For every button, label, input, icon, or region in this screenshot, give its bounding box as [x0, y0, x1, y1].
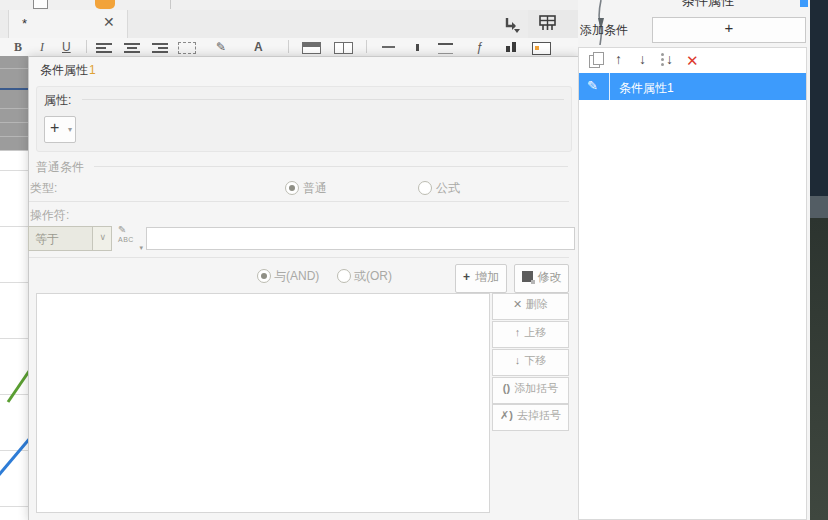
condition-value-input[interactable] — [146, 227, 575, 250]
tab-close-icon[interactable]: ✕ — [103, 14, 115, 30]
plus-icon: + — [50, 119, 59, 137]
add-brackets-button[interactable]: ()添加括号 — [492, 377, 569, 404]
align-left-icon[interactable] — [96, 43, 112, 52]
app-window: * ✕ B I U ✎ A ƒ 条件属性 — [0, 0, 828, 520]
value-type-abc-button[interactable]: ✎ ABC ▾ — [117, 227, 143, 251]
underline-icon[interactable]: U — [62, 40, 71, 54]
condition-item-label: 条件属性1 — [619, 80, 674, 97]
arrow-down-icon: ↓ — [515, 354, 521, 366]
chevron-down-icon: ▾ — [139, 244, 143, 252]
add-attribute-button[interactable]: + ▾ — [44, 116, 76, 143]
divider — [82, 99, 564, 100]
delete-condition-icon[interactable]: ✕ — [686, 52, 699, 70]
modify-condition-item-button[interactable]: 修改 — [514, 264, 569, 293]
modify-button-label: 修改 — [538, 270, 562, 284]
chevron-down-icon: ▾ — [68, 125, 72, 134]
spreadsheet-row-headers — [0, 56, 30, 150]
attribute-panel — [36, 86, 572, 152]
chart-icon[interactable] — [506, 42, 518, 52]
clipped-blue-icon — [800, 0, 808, 7]
radio-formula[interactable] — [418, 181, 432, 195]
radio-normal[interactable] — [285, 181, 299, 195]
move-up-icon[interactable]: ↑ — [615, 51, 622, 67]
add-condition-label: 添加条件 — [580, 22, 628, 39]
divider — [170, 0, 171, 9]
add-condition-item-button[interactable]: +增加 — [455, 264, 507, 293]
condition-list-toolbar: ↑ ↓ ↓ ✕ — [579, 48, 806, 73]
move-down-label: 下移 — [524, 354, 546, 366]
pencil-icon: ✎ — [587, 78, 598, 93]
radio-or-label: 或(OR) — [354, 268, 392, 285]
brackets-icon: () — [503, 382, 510, 394]
panel-clipped-title: 条件属性 — [682, 0, 734, 10]
copy-icon[interactable] — [589, 52, 603, 67]
remove-brackets-icon: ✗) — [500, 409, 513, 421]
delete-button[interactable]: ✕删除 — [492, 293, 569, 320]
format-painter-icon[interactable]: ✎ — [216, 40, 226, 54]
split-cells-icon[interactable] — [334, 42, 353, 54]
desktop-background — [810, 218, 828, 520]
adjust-order-icon[interactable]: ↓ — [661, 52, 679, 68]
formula-icon[interactable]: ƒ — [476, 40, 483, 54]
plus-icon: + — [725, 19, 734, 36]
text-style-icon[interactable] — [438, 43, 453, 54]
move-down-icon[interactable]: ↓ — [639, 51, 646, 67]
divider — [29, 257, 569, 258]
operator-select-value: 等于 — [35, 231, 59, 248]
cursor-icon[interactable] — [416, 44, 419, 51]
condition-list: ↑ ↓ ↓ ✕ ✎ 条件属性1 — [578, 47, 807, 520]
radio-formula-label: 公式 — [436, 180, 460, 197]
type-label: 类型: — [30, 180, 57, 197]
operator-select[interactable]: 等于 ∨ — [28, 226, 112, 251]
paste-dropdown-icon[interactable] — [504, 16, 524, 34]
attribute-label: 属性: — [44, 92, 71, 109]
select-chevron-box[interactable]: ∨ — [92, 227, 111, 250]
operator-label: 操作符: — [30, 207, 69, 224]
condition-list-item-selected[interactable]: ✎ 条件属性1 — [579, 73, 806, 100]
move-down-button[interactable]: ↓下移 — [492, 349, 569, 376]
edit-cell[interactable]: ✎ — [579, 73, 610, 100]
move-up-label: 上移 — [524, 326, 546, 338]
widget-icon[interactable] — [532, 42, 551, 55]
move-up-button[interactable]: ↑上移 — [492, 321, 569, 348]
clipped-brush-icon — [95, 0, 115, 9]
radio-and-label: 与(AND) — [274, 268, 319, 285]
pencil-icon: ✎ — [118, 224, 126, 235]
report-block-icon[interactable] — [538, 13, 558, 33]
normal-condition-group-label: 普通条件 — [36, 159, 84, 176]
abc-text: ABC — [118, 236, 134, 243]
merge-cells-icon[interactable] — [302, 42, 321, 54]
modify-icon — [522, 271, 533, 282]
condition-list-panel: 条件属性 添加条件 + ↑ ↓ ↓ ✕ ✎ 条件属性1 — [578, 0, 810, 520]
border-icon[interactable] — [178, 42, 196, 54]
radio-or[interactable] — [337, 269, 351, 283]
desktop-background — [810, 0, 828, 196]
align-right-icon[interactable] — [152, 43, 168, 52]
align-center-icon[interactable] — [124, 43, 140, 52]
remove-brackets-button[interactable]: ✗)去掉括号 — [492, 404, 569, 431]
chevron-down-icon: ∨ — [99, 232, 106, 242]
bold-icon[interactable]: B — [14, 40, 22, 55]
hline-icon[interactable] — [382, 46, 395, 48]
clipped-toolbar-icon — [33, 0, 48, 9]
add-button-label: 增加 — [475, 270, 499, 284]
condition-expression-list[interactable] — [36, 293, 490, 513]
format-toolbar: B I U ✎ A ƒ — [0, 38, 578, 56]
arrow-up-icon: ↑ — [515, 326, 521, 338]
dialog-title-text: 条件属性 — [40, 63, 88, 77]
radio-and[interactable] — [257, 269, 271, 283]
top-toolbar-strip — [0, 0, 578, 10]
italic-icon[interactable]: I — [40, 40, 44, 55]
delete-label: 删除 — [526, 298, 548, 310]
divider — [94, 166, 568, 167]
dialog-title: 条件属性1 — [40, 62, 96, 79]
delete-icon: ✕ — [513, 298, 522, 310]
radio-normal-label: 普通 — [303, 180, 327, 197]
font-color-icon[interactable]: A — [254, 40, 263, 54]
add-condition-button[interactable]: + — [652, 17, 806, 43]
unsaved-marker: * — [22, 16, 27, 31]
divider — [29, 201, 569, 202]
remove-brackets-label: 去掉括号 — [517, 409, 561, 421]
desktop-background — [810, 196, 828, 218]
plus-icon: + — [463, 270, 470, 284]
